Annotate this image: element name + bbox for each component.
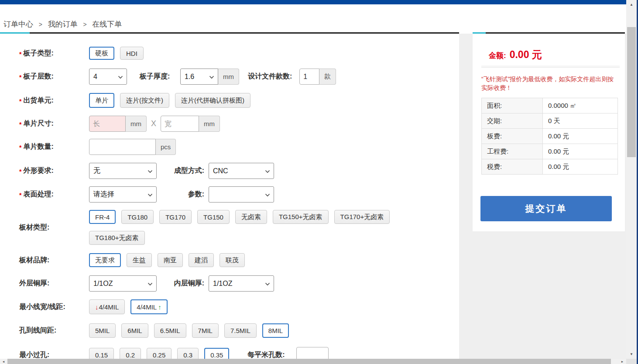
- surface-select[interactable]: 请选择: [89, 186, 157, 203]
- hole-clearance-option-5mil[interactable]: 5MIL: [89, 323, 116, 338]
- hole-clearance-option-6mil[interactable]: 6MIL: [121, 323, 148, 338]
- material-option-tg170[interactable]: TG170: [159, 210, 192, 224]
- min-via-option-035[interactable]: 0.35: [204, 348, 229, 359]
- material-option-tg150[interactable]: TG150: [197, 210, 230, 224]
- hole-clearance-option-7-5mil[interactable]: 7.5MIL: [224, 323, 257, 338]
- board-type-option-rigid[interactable]: 硬板: [89, 47, 114, 60]
- table-row: 面积:0.0000 ㎡: [482, 98, 618, 113]
- surface-label: *表面处理:: [0, 190, 89, 199]
- required-mark: *: [19, 74, 21, 81]
- thickness-label: 板子厚度:: [140, 72, 175, 81]
- ship-unit-option-single[interactable]: 单片: [89, 93, 114, 108]
- scroll-right-icon[interactable]: ►: [619, 359, 626, 364]
- param-label: 参数:: [169, 190, 204, 199]
- submit-order-button[interactable]: 提交订单: [480, 196, 612, 221]
- material-option-tg170-halogen-free[interactable]: TG170+无卤素: [334, 210, 390, 224]
- param-select[interactable]: [209, 186, 274, 203]
- outline-row: *外形要求: 无 成型方式: CNC: [0, 163, 459, 179]
- ship-unit-option-panel-confirm[interactable]: 连片(代拼确认拼板图): [175, 93, 250, 108]
- material-label: 板材类型:: [0, 223, 89, 232]
- material-row: 板材类型: FR-4 TG180 TG170 TG150 无卤素 TG150+无…: [0, 210, 459, 245]
- required-mark: *: [19, 98, 21, 105]
- required-mark: *: [19, 192, 21, 199]
- table-row: 交期:0 天: [482, 113, 618, 129]
- material-option-fr4[interactable]: FR-4: [89, 210, 116, 224]
- outline-select-value: 无: [93, 166, 100, 175]
- vertical-scroll-thumb[interactable]: [627, 27, 636, 157]
- required-mark: *: [19, 168, 21, 175]
- length-unit: mm: [126, 116, 147, 132]
- length-input[interactable]: [89, 116, 126, 132]
- area-label: 面积:: [482, 98, 543, 113]
- trace-option-below[interactable]: ↓4/4MIL: [89, 299, 125, 314]
- area-value: 0.0000 ㎡: [543, 98, 618, 113]
- size-row: *单片尺寸: mm X mm: [0, 116, 459, 132]
- breadcrumb-item-my-orders[interactable]: 我的订单: [48, 20, 78, 28]
- hole-clearance-option-6-5mil[interactable]: 6.5MIL: [154, 323, 186, 338]
- scroll-left-icon[interactable]: ◄: [0, 359, 7, 364]
- board-fee-label: 板费:: [482, 129, 543, 144]
- board-type-row: *板子类型: 硬板 HDI: [0, 47, 459, 60]
- min-via-option-025[interactable]: 0.25: [147, 348, 172, 359]
- brand-option-no-requirement[interactable]: 无要求: [89, 253, 121, 267]
- layers-select[interactable]: 4: [89, 69, 127, 85]
- min-via-option-03[interactable]: 0.3: [177, 348, 199, 359]
- amount-value: 0.00 元: [510, 49, 542, 60]
- quantity-input[interactable]: [89, 139, 156, 155]
- brand-row: 板材品牌: 无要求 生益 南亚 建滔 联茂: [0, 253, 459, 267]
- ship-unit-option-panel-by-file[interactable]: 连片(按文件): [120, 93, 169, 108]
- quantity-unit: pcs: [156, 139, 176, 155]
- material-option-tg150-halogen-free[interactable]: TG150+无卤素: [273, 210, 329, 224]
- pricing-note: “飞针测试”报价为最低收费，如实际文件超出则按实际收费！: [481, 75, 619, 92]
- material-option-halogen-free[interactable]: 无卤素: [235, 210, 267, 224]
- width-unit: mm: [199, 116, 220, 132]
- board-type-label: *板子类型:: [0, 49, 89, 58]
- vertical-scrollbar[interactable]: ▲ ▼: [626, 0, 637, 359]
- board-fee-value: 0.00 元: [543, 129, 618, 144]
- design-files-input[interactable]: [299, 69, 319, 85]
- brand-option-shengyi[interactable]: 生益: [127, 253, 152, 267]
- inner-copper-select-value: 1/1OZ: [213, 280, 232, 288]
- width-input[interactable]: [161, 116, 199, 132]
- forming-select[interactable]: CNC: [209, 163, 274, 179]
- arrow-down-icon: ↓: [95, 303, 99, 311]
- thickness-select[interactable]: 1.6: [180, 69, 218, 85]
- hole-clearance-option-8mil[interactable]: 8MIL: [262, 323, 289, 338]
- amount-divider: [481, 66, 620, 68]
- price-summary-panel: 金额:0.00 元 “飞针测试”报价为最低收费，如实际文件超出则按实际收费！ 面…: [473, 34, 625, 231]
- min-via-option-02[interactable]: 0.2: [120, 348, 141, 359]
- brand-option-nanya[interactable]: 南亚: [158, 253, 183, 267]
- layers-row: *板子层数: 4 板子厚度: 1.6 mm 设计文件款数: 款: [0, 69, 459, 85]
- hole-clearance-option-7mil[interactable]: 7MIL: [192, 323, 219, 338]
- scroll-up-icon[interactable]: ▲: [626, 1, 637, 8]
- horizontal-scrollbar[interactable]: ◄ ►: [0, 359, 626, 364]
- min-via-option-015[interactable]: 0.15: [89, 348, 114, 359]
- ship-unit-label: *出货单元:: [0, 96, 89, 105]
- brand-option-jiantao[interactable]: 建滔: [189, 253, 214, 267]
- outer-copper-select[interactable]: 1/1OZ: [89, 275, 157, 292]
- required-mark: *: [19, 144, 21, 151]
- outline-select[interactable]: 无: [89, 163, 157, 179]
- inner-copper-select[interactable]: 1/1OZ: [209, 275, 274, 292]
- holes-per-sqm-input[interactable]: [296, 347, 329, 359]
- brand-option-lianmao[interactable]: 联茂: [220, 253, 245, 267]
- arrow-up-icon: ↑: [158, 303, 161, 311]
- thickness-select-value: 1.6: [185, 73, 194, 81]
- material-option-tg180-halogen-free[interactable]: TG180+无卤素: [89, 231, 145, 245]
- trace-row: 最小线宽/线距: ↓4/4MIL 4/4MIL↑: [0, 299, 459, 314]
- inner-copper-label: 内层铜厚:: [169, 279, 204, 288]
- engineering-fee-label: 工程费:: [482, 144, 543, 159]
- horizontal-scroll-thumb[interactable]: [7, 359, 611, 364]
- trace-option-above[interactable]: 4/4MIL↑: [130, 299, 167, 314]
- surface-row: *表面处理: 请选择 参数:: [0, 186, 459, 203]
- scroll-down-icon[interactable]: ▼: [626, 350, 637, 358]
- layers-label: *板子层数:: [0, 72, 89, 81]
- layers-select-value: 4: [93, 73, 97, 81]
- outer-copper-select-value: 1/1OZ: [93, 280, 113, 288]
- outer-copper-label: 外层铜厚:: [0, 279, 89, 288]
- breadcrumb-item-order-center[interactable]: 订单中心: [3, 20, 33, 28]
- board-type-option-hdi[interactable]: HDI: [120, 47, 144, 60]
- size-label: *单片尺寸:: [0, 119, 89, 128]
- material-option-tg180[interactable]: TG180: [121, 210, 154, 224]
- chevron-down-icon: [265, 193, 270, 197]
